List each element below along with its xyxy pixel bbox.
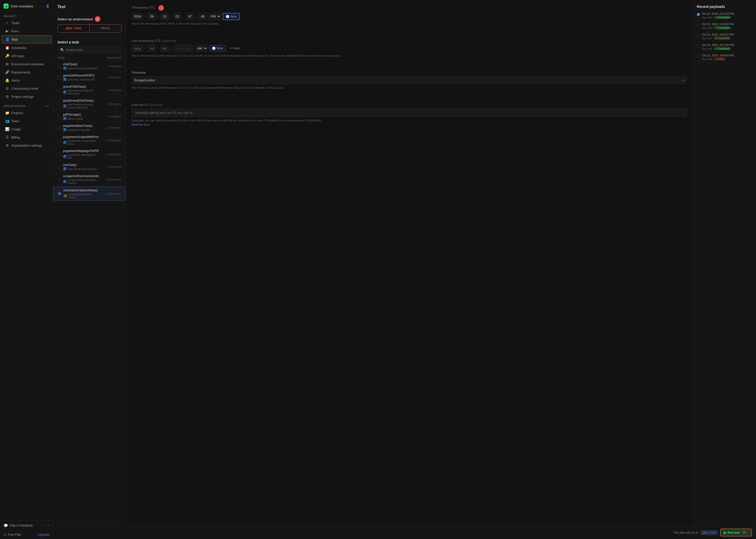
panel-right: Recent payloads Oct 22, 2024, 3:12:40 PM…: [693, 0, 756, 539]
ts-now-button[interactable]: 🕐 Now: [223, 13, 240, 20]
task-row[interactable]: puppeteerWebpageToPDF()Tpuppeteer-webpag…: [53, 147, 125, 161]
ts-day-input[interactable]: [160, 13, 169, 20]
ts-month-input[interactable]: [148, 13, 156, 20]
sidebar-item-label: Usage: [11, 127, 21, 131]
sidebar-item-deployments[interactable]: 🚀 Deployments: [2, 68, 51, 76]
task-row[interactable]: puppeteerBasicTask()Tpuppeteer-log-title…: [53, 122, 125, 133]
sidebar-item-label: Runs: [11, 29, 19, 33]
sidebar-item-project-settings[interactable]: ⚙ Project settings: [2, 93, 51, 100]
task-row[interactable]: greatGrandChildTask()Ttask-hierarchy/gre…: [53, 97, 125, 111]
org-section-menu-icon[interactable]: •••: [46, 104, 49, 108]
sidebar-chevron-icon[interactable]: ⌄: [41, 4, 44, 8]
task-name: puppeteerScrapeWithProxy(): [63, 135, 99, 139]
search-icon: 🔍: [60, 48, 64, 52]
task-info: grandChildTask()Ttask-hierarchy/grand-ch…: [63, 85, 99, 95]
status-badge: ✓ Completed: [714, 16, 731, 19]
last-ts-year-input[interactable]: [131, 45, 144, 52]
payload-info: Oct 22, 2024, 3:06:40 PMRun #45✕ Failed: [702, 54, 752, 61]
task-row[interactable]: pdfToImage()Tpdf-to-imagesrc/trigger/pi: [53, 111, 125, 122]
run-test-button[interactable]: ▶ Run test ⌘↵: [720, 529, 752, 536]
task-row[interactable]: childTask()Ttask-hierarchy/child-tasksrc…: [53, 61, 125, 72]
ts-year-input[interactable]: [131, 13, 144, 20]
sidebar-item-test[interactable]: 👤 Test: [2, 35, 51, 43]
env-dev-button[interactable]: DEV: YOU: [58, 25, 90, 32]
task-subname: puppeteer-log-title: [68, 128, 90, 131]
ts-second-input[interactable]: [198, 13, 207, 20]
task-info: puppeteerScrapeWithProxy()Tpuppeteer-scr…: [63, 135, 99, 145]
keyboard-shortcut: ⌘↵: [741, 531, 748, 534]
run-label: Run #45: [702, 58, 713, 61]
task-filepath: src/trigger/pu: [101, 126, 121, 129]
task-selection-title: Select a task: [53, 37, 125, 46]
task-tag: T: [63, 78, 67, 81]
task-name: scrapeAndSummarizeArticle(): [63, 174, 99, 178]
task-row[interactable]: rootTask()Ttask-hierarchy/root-tasksrc/t…: [53, 161, 125, 173]
last-timestamp-row: / / , AM PM 🕐 Now ✕ Clear: [131, 45, 687, 52]
plan-icon: ⊕: [4, 533, 6, 536]
sidebar-item-alerts[interactable]: 🔔 Alerts: [2, 76, 51, 84]
task-path-label: Tpuppeteer-log-title: [63, 128, 99, 131]
env-prod-button[interactable]: PROD: [90, 25, 121, 32]
payload-time: Oct 22, 2024, 3:06:40 PM: [702, 54, 752, 57]
external-id-description: Optionally, you can specify your own IDs…: [131, 118, 687, 127]
sidebar-item-projects[interactable]: 📁 Projects: [2, 109, 51, 116]
task-name: pdfToImage(): [63, 113, 99, 116]
sidebar-item-org-settings[interactable]: ⚙ Organization settings: [2, 141, 51, 149]
sidebar-item-usage[interactable]: 📊 Usage: [2, 125, 51, 133]
upgrade-button[interactable]: Upgrade: [38, 533, 49, 536]
last-ts-ampm-select[interactable]: AM PM: [195, 45, 208, 52]
search-input[interactable]: [66, 48, 119, 52]
list-item[interactable]: Oct 22, 2024, 3:08:32 PMRun #47⏱ Cancell…: [697, 33, 752, 40]
sidebar-item-api-keys[interactable]: 🔑 API keys: [2, 52, 51, 60]
run-label: Run #48: [702, 27, 713, 30]
last-ts-day-input[interactable]: [160, 45, 169, 52]
last-ts-now-button[interactable]: 🕐 Now: [209, 45, 226, 51]
sidebar-item-billing[interactable]: ☰ Billing: [2, 133, 51, 141]
task-row[interactable]: summarizeHackerNews()★summarize-hacker-n…: [53, 187, 125, 201]
task-filepath: src/trigger/re: [101, 76, 121, 79]
task-row[interactable]: puppeteerScrapeWithProxy()Tpuppeteer-scr…: [53, 133, 125, 147]
last-ts-time-input[interactable]: [173, 45, 193, 52]
external-id-label: External ID (optional): [131, 103, 687, 107]
test-icon: 👤: [5, 38, 9, 41]
sidebar-item-schedules[interactable]: ⏰ Schedules: [2, 44, 51, 51]
recent-payloads-title: Recent payloads: [697, 5, 752, 9]
last-ts-clear-button[interactable]: ✕ Clear: [227, 45, 242, 51]
last-ts-month-input[interactable]: [148, 45, 156, 52]
list-item[interactable]: Oct 22, 2024, 3:06:40 PMRun #45✕ Failed: [697, 54, 752, 61]
task-radio: [57, 88, 61, 92]
ts-minute-input[interactable]: [186, 13, 194, 20]
sidebar-item-team[interactable]: 👥 Team: [2, 117, 51, 125]
timezone-select[interactable]: Europe/London America/New_York America/L…: [131, 76, 687, 84]
task-row[interactable]: generateResumePDF()Tgenerate-resume-pdfs…: [53, 72, 125, 83]
sidebar-item-label: Environment variables: [11, 62, 44, 66]
ts-hour-input[interactable]: [173, 13, 182, 20]
payload-radio: [697, 13, 700, 16]
sidebar-item-runs[interactable]: ▶ Runs: [2, 27, 51, 35]
payload-run: Run #45✕ Failed: [702, 57, 752, 61]
payload-run: Run #48✓ Completed: [702, 26, 752, 30]
task-radio: [57, 102, 61, 106]
bottom-bar-dev-badge: DEV: YOU: [701, 530, 718, 535]
task-filepath: src/trigger/ta: [101, 89, 121, 92]
usage-icon: 📊: [5, 127, 9, 131]
payload-run: Run #47⏱ Cancelled: [702, 37, 752, 40]
help-feedback[interactable]: 💬 Help & Feedback H: [0, 521, 53, 530]
task-filepath: src/trigger/su: [101, 193, 121, 195]
task-row[interactable]: grandChildTask()Ttask-hierarchy/grand-ch…: [53, 83, 125, 97]
task-path-label: Ttask-hierarchy/great-grand-child-task: [63, 103, 99, 109]
list-item[interactable]: Oct 22, 2024, 3:12:40 PMRun #49✓ Complet…: [697, 12, 752, 19]
read-docs-link[interactable]: Read the docs.: [131, 123, 150, 126]
list-item[interactable]: Oct 22, 2024, 3:07:00 PMRun #46✓ Complet…: [697, 43, 752, 50]
external-id-input[interactable]: [131, 109, 687, 117]
sidebar-item-concurrency[interactable]: ⊟ Concurrency limits: [2, 85, 51, 92]
ts-ampm-select[interactable]: PM AM: [208, 13, 221, 20]
sidebar-item-label: Team: [11, 119, 19, 123]
sidebar-item-env-vars[interactable]: ⊞ Environment variables: [2, 60, 51, 68]
user-icon[interactable]: 👤: [46, 4, 49, 8]
list-item[interactable]: Oct 22, 2024, 3:09:50 PMRun #48✓ Complet…: [697, 23, 752, 30]
sidebar-item-tasks[interactable]: ✓ Tasks: [2, 19, 51, 27]
timestamp-row: / / , : : PM AM 🕐 Now: [131, 13, 687, 20]
deployments-icon: 🚀: [5, 70, 9, 74]
task-row[interactable]: scrapeAndSummarizeArticle()Tscrape-and-s…: [53, 173, 125, 187]
